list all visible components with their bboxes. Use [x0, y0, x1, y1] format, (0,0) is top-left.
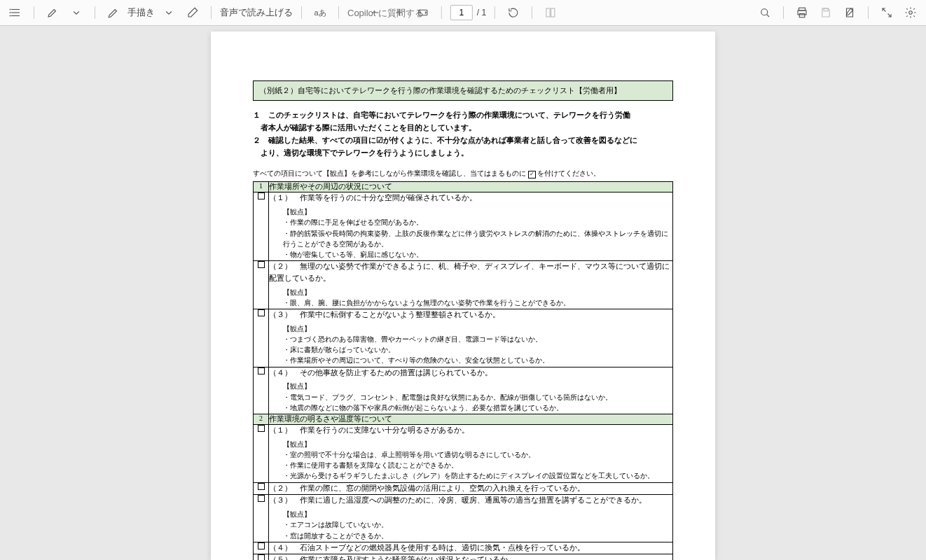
checkbox-cell[interactable] [254, 367, 269, 414]
rotate-icon[interactable] [504, 3, 523, 22]
checklist-item: （３） 作業に適した温湿度への調整のために、冷房、暖房、通風等の適当な措置を講ず… [269, 495, 673, 542]
chevron-down-icon[interactable] [67, 3, 86, 22]
checkbox-cell[interactable] [254, 309, 269, 368]
checkbox-cell[interactable] [254, 542, 269, 554]
svg-point-20 [909, 11, 913, 15]
section-title: 作業場所やその周辺の状況について [269, 182, 673, 192]
checkbox-cell[interactable] [254, 482, 269, 495]
eraser-icon[interactable] [183, 3, 202, 22]
checkbox-cell[interactable] [254, 554, 269, 560]
checklist-table: 1作業場所やその周辺の状況について（１） 作業等を行うのに十分な空間が確保されて… [253, 181, 673, 560]
svg-line-13 [767, 15, 769, 17]
section-number: 1 [254, 182, 269, 192]
checklist-item: （５） 作業に支障を及ぼすような騒音等がない状況となっているか。【観点】テレビ会… [269, 554, 673, 560]
document-title: （別紙２）自宅等においてテレワークを行う際の作業環境を確認するためのチェックリス… [253, 80, 673, 101]
section-title: 作業環境の明るさや温度等について [269, 414, 673, 424]
print-icon[interactable] [792, 3, 812, 22]
checklist-item: （１） 作業を行うのに支障ない十分な明るさがあるか。【観点】室の照明で不十分な場… [269, 424, 673, 482]
section-number: 2 [254, 414, 269, 424]
checklist-item: （３） 作業中に転倒することがないよう整理整頓されているか。【観点】つまづく恐れ… [269, 309, 673, 368]
svg-point-12 [761, 9, 768, 15]
fit-width-icon[interactable] [413, 3, 433, 22]
page-total-label: / 1 [477, 8, 486, 18]
checkbox-cell[interactable] [254, 495, 269, 542]
save-icon [816, 3, 836, 22]
checklist-item: （２） 作業の際に、窓の開閉や換気設備の活用により、空気の入れ換えを行っているか… [269, 482, 673, 495]
instruction-text: すべての項目について【観点】を参考にしながら作業環境を確認し、当てはまるものに … [253, 169, 673, 178]
svg-rect-16 [799, 14, 805, 18]
pdf-toolbar: 手描き 音声で読み上げる aあ / 1 [0, 0, 926, 26]
fullscreen-icon[interactable] [877, 3, 897, 22]
intro-text: １ このチェックリストは、自宅等においてテレワークを行う際の作業環境について、テ… [253, 109, 673, 159]
page-view-icon [541, 3, 560, 22]
toc-icon[interactable] [6, 3, 25, 22]
chevron-down-icon[interactable] [159, 3, 179, 22]
highlight-icon[interactable] [43, 3, 62, 22]
svg-rect-10 [546, 8, 550, 17]
annotate-icon[interactable] [840, 3, 859, 22]
settings-gear-icon[interactable] [901, 3, 920, 22]
draw-label[interactable]: 手描き [127, 6, 155, 19]
document-viewport[interactable]: （別紙２）自宅等においてテレワークを行う際の作業環境を確認するためのチェックリス… [0, 26, 926, 560]
translate-icon[interactable]: aあ [310, 3, 330, 22]
pdf-page: （別紙２）自宅等においてテレワークを行う際の作業環境を確認するためのチェックリス… [211, 31, 715, 560]
checklist-item: （４） その他事故を防止するための措置は講じられているか。【観点】電気コード、プ… [269, 367, 673, 414]
checkbox-cell[interactable] [254, 192, 269, 261]
checkbox-cell[interactable] [254, 424, 269, 482]
zoom-in-icon[interactable] [389, 3, 409, 22]
search-icon[interactable] [755, 3, 775, 22]
checklist-item: （１） 作業等を行うのに十分な空間が確保されているか。【観点】作業の際に手足を伸… [269, 192, 673, 261]
page-number-input[interactable] [450, 5, 473, 20]
svg-line-18 [883, 8, 886, 12]
read-aloud-button[interactable]: 音声で読み上げる [220, 6, 293, 19]
zoom-out-icon[interactable] [366, 3, 385, 22]
checklist-item: （２） 無理のない姿勢で作業ができるように、机、椅子や、ディスプレイ、キーボード… [269, 261, 673, 309]
checkbox-cell[interactable] [254, 261, 269, 309]
svg-point-4 [10, 13, 11, 13]
draw-icon[interactable] [104, 3, 123, 22]
svg-rect-17 [824, 8, 828, 11]
svg-point-3 [10, 9, 11, 10]
svg-point-5 [10, 15, 11, 16]
svg-line-19 [888, 14, 892, 18]
svg-rect-11 [551, 8, 555, 17]
checklist-item: （４） 石油ストーブなどの燃焼器具を使用する時は、適切に換気・点検を行っているか… [269, 542, 673, 554]
